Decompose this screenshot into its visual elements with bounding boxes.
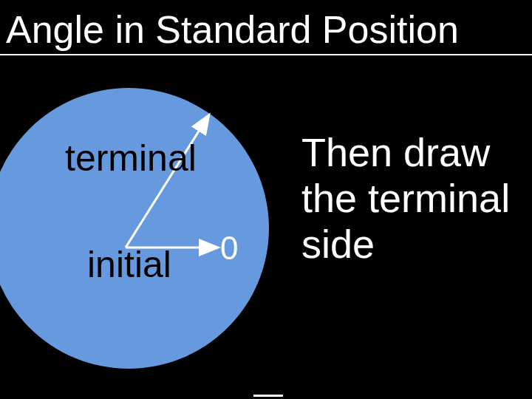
zero-label: 0 — [220, 230, 238, 267]
instruction-text: Then draw the terminal side — [301, 129, 531, 267]
page-title: Angle in Standard Position — [0, 0, 532, 55]
terminal-label: terminal — [65, 137, 197, 180]
diagram-area: terminal initial 0 Then draw the termina… — [0, 55, 532, 395]
bottom-accent-rule — [253, 395, 283, 397]
initial-label: initial — [87, 243, 171, 286]
angle-circle — [0, 88, 269, 369]
